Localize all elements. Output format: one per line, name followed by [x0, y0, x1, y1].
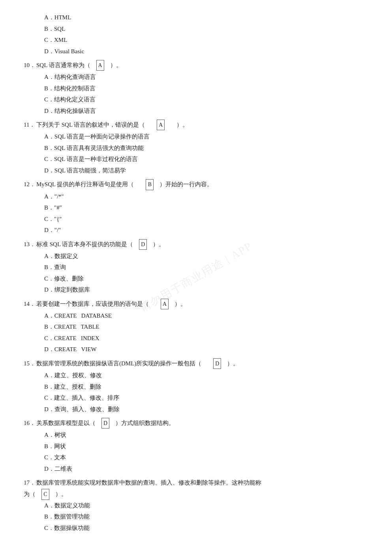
- question-num-13: 13．: [24, 239, 36, 250]
- question-block-17: 17． 数据库管理系统能实现对数据库中数据的查询、插入、修改和删除等操作。这种功…: [24, 477, 368, 533]
- option-14-b: B．CREATE TABLE: [44, 321, 368, 333]
- options-16: A．树状 B．网状 C．文本 D．二维表: [24, 429, 368, 474]
- question-block-12: 12． MySQL 提供的单行注释语句是使用（ B ）开始的一行内容。 A．"/…: [24, 179, 368, 236]
- options-13: A．数据定义 B．查询 C．修改、删除 D．绑定到数据库: [24, 251, 368, 296]
- question-num-17: 17．: [24, 477, 36, 488]
- answer-14: A: [161, 299, 169, 309]
- option-11-a: A．SQL 语言是一种面向记录操作的语言: [44, 131, 368, 142]
- answer-13: D: [139, 239, 147, 250]
- answer-15: D: [213, 358, 221, 369]
- answer-11: A: [157, 120, 165, 130]
- option-prev-c: C．XML: [44, 34, 368, 46]
- question-text-17: 数据库管理系统能实现对数据库中数据的查询、插入、修改和删除等操作。这种功能称: [36, 477, 368, 488]
- option-17-b: B．数据管理功能: [44, 511, 368, 522]
- answer-10: A: [96, 60, 104, 71]
- question-num-16: 16．: [24, 418, 36, 429]
- question-num-12: 12．: [24, 179, 36, 190]
- option-14-c: C．CREATE INDEX: [44, 333, 368, 344]
- question-num-14: 14．: [24, 299, 36, 309]
- option-13-b: B．查询: [44, 262, 368, 273]
- option-10-a: A．结构化查询语言: [44, 71, 368, 83]
- question-block-14: 14． 若要创建一个数据库，应该使用的语句是（ A ）。 A．CREATE DA…: [24, 299, 368, 355]
- option-12-d: D．"/": [44, 225, 368, 236]
- option-16-a: A．树状: [44, 429, 368, 441]
- question-num-15: 15．: [24, 358, 36, 369]
- option-15-d: D．查询、插入、修改、删除: [44, 404, 368, 415]
- question-block-11: 11． 下列关于 SQL 语言的叙述中，错误的是（ A ）。 A．SQL 语言是…: [24, 120, 368, 176]
- question-block-16: 16． 关系数据库模型是以（ D ）方式组织数据结构。 A．树状 B．网状 C．…: [24, 418, 368, 474]
- option-prev-a: A．HTML: [44, 12, 368, 23]
- option-13-a: A．数据定义: [44, 251, 368, 262]
- question-continuation-17: 为（ C ）。: [24, 489, 368, 500]
- question-text-13: 标准 SQL 语言本身不提供的功能是（ D ）。: [36, 239, 368, 250]
- question-line-14: 14． 若要创建一个数据库，应该使用的语句是（ A ）。: [24, 299, 368, 309]
- question-num-11: 11．: [24, 120, 36, 130]
- option-11-d: D．SQL 语言功能强，简洁易学: [44, 165, 368, 176]
- answer-12: B: [146, 179, 154, 190]
- option-14-d: D．CREATE VIEW: [44, 344, 368, 355]
- option-12-a: A．"/*": [44, 191, 368, 202]
- question-block-15: 15． 数据库管理系统的数据操纵语言(DML)所实现的操作一般包括（ D ）。 …: [24, 358, 368, 415]
- options-11: A．SQL 语言是一种面向记录操作的语言 B．SQL 语言具有灵活强大的查询功能…: [24, 131, 368, 176]
- question-line-17: 17． 数据库管理系统能实现对数据库中数据的查询、插入、修改和删除等操作。这种功…: [24, 477, 368, 488]
- option-12-b: B．"#": [44, 202, 368, 213]
- option-16-d: D．二维表: [44, 463, 368, 475]
- option-16-c: C．文本: [44, 452, 368, 463]
- option-10-c: C．结构化定义语言: [44, 94, 368, 105]
- question-block-10: 10． SQL 语言通常称为（ A ）。 A．结构化查询语言 B．结构化控制语言…: [24, 60, 368, 116]
- question-line-13: 13． 标准 SQL 语言本身不提供的功能是（ D ）。: [24, 239, 368, 250]
- question-text-12: MySQL 提供的单行注释语句是使用（ B ）开始的一行内容。: [36, 179, 368, 190]
- options-prev: A．HTML B．SQL C．XML D．Visual Basic: [24, 12, 368, 57]
- question-line-10: 10． SQL 语言通常称为（ A ）。: [24, 60, 368, 71]
- option-prev-b: B．SQL: [44, 23, 368, 35]
- option-13-d: D．绑定到数据库: [44, 284, 368, 296]
- option-14-a: A．CREATE DATABASE: [44, 310, 368, 322]
- option-11-c: C．SQL 语言是一种非过程化的语言: [44, 153, 368, 165]
- option-13-c: C．修改、删除: [44, 273, 368, 284]
- question-line-12: 12． MySQL 提供的单行注释语句是使用（ B ）开始的一行内容。: [24, 179, 368, 190]
- option-10-d: D．结构化操纵语言: [44, 105, 368, 117]
- option-15-c: C．建立、插入、修改、排序: [44, 392, 368, 404]
- option-16-b: B．网状: [44, 441, 368, 452]
- question-num-10: 10．: [24, 60, 36, 71]
- option-prev-d: D．Visual Basic: [44, 46, 368, 57]
- question-text-16: 关系数据库模型是以（ D ）方式组织数据结构。: [36, 418, 368, 429]
- question-block-13: 13． 标准 SQL 语言本身不提供的功能是（ D ）。 A．数据定义 B．查询…: [24, 239, 368, 296]
- question-line-16: 16． 关系数据库模型是以（ D ）方式组织数据结构。: [24, 418, 368, 429]
- option-10-b: B．结构化控制语言: [44, 83, 368, 94]
- options-10: A．结构化查询语言 B．结构化控制语言 C．结构化定义语言 D．结构化操纵语言: [24, 71, 368, 116]
- question-text-15: 数据库管理系统的数据操纵语言(DML)所实现的操作一般包括（ D ）。: [36, 358, 368, 369]
- question-text-10: SQL 语言通常称为（ A ）。: [36, 60, 368, 71]
- question-text-11: 下列关于 SQL 语言的叙述中，错误的是（ A ）。: [36, 120, 368, 130]
- option-15-a: A．建立、授权、修改: [44, 370, 368, 381]
- options-12: A．"/*" B．"#" C．"{" D．"/": [24, 191, 368, 236]
- options-17: A．数据定义功能 B．数据管理功能 C．数据操纵功能: [24, 500, 368, 534]
- option-15-b: B．建立、授权、删除: [44, 381, 368, 393]
- options-14: A．CREATE DATABASE B．CREATE TABLE C．CREAT…: [24, 310, 368, 355]
- option-11-b: B．SQL 语言具有灵活强大的查询功能: [44, 142, 368, 154]
- question-text-14: 若要创建一个数据库，应该使用的语句是（ A ）。: [36, 299, 368, 309]
- option-17-c: C．数据操纵功能: [44, 522, 368, 534]
- question-line-11: 11． 下列关于 SQL 语言的叙述中，错误的是（ A ）。: [24, 120, 368, 130]
- option-12-c: C．"{": [44, 213, 368, 225]
- answer-17: C: [41, 489, 49, 500]
- question-block-prev: A．HTML B．SQL C．XML D．Visual Basic: [24, 12, 368, 57]
- question-line-15: 15． 数据库管理系统的数据操纵语言(DML)所实现的操作一般包括（ D ）。: [24, 358, 368, 369]
- answer-16: D: [101, 418, 109, 429]
- options-15: A．建立、授权、修改 B．建立、授权、删除 C．建立、插入、修改、排序 D．查询…: [24, 370, 368, 415]
- option-17-a: A．数据定义功能: [44, 500, 368, 511]
